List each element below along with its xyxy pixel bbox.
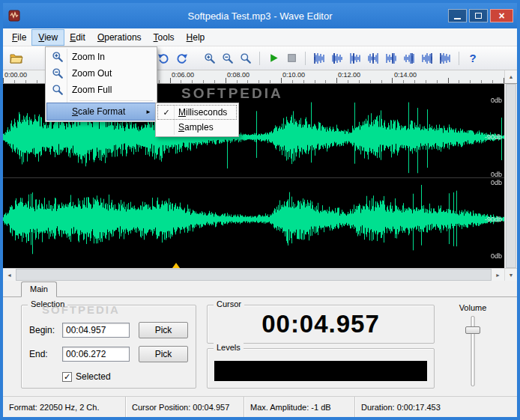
wave-tool-4-button[interactable] bbox=[364, 49, 382, 67]
level-meter bbox=[214, 361, 427, 381]
db-scale-label: -90db bbox=[485, 133, 502, 141]
zoom-out-button[interactable] bbox=[219, 49, 237, 67]
db-scale-label: 0db bbox=[491, 171, 502, 178]
volume-control: Volume bbox=[451, 303, 495, 392]
scroll-right-button[interactable]: ► bbox=[492, 269, 504, 281]
cursor-marker[interactable] bbox=[172, 263, 180, 268]
menu-item-zoom-full[interactable]: Zoom Full bbox=[47, 82, 155, 98]
begin-input[interactable] bbox=[62, 323, 130, 338]
ruler-time-label: 0:08.00 bbox=[227, 71, 250, 79]
stop-icon bbox=[286, 52, 297, 64]
scale-format-label: Scale Format bbox=[68, 106, 125, 117]
close-button[interactable]: × bbox=[490, 9, 513, 22]
wave-tool-7-button[interactable] bbox=[418, 49, 436, 67]
play-button[interactable] bbox=[264, 49, 282, 67]
toolbar-separator bbox=[259, 52, 260, 65]
ruler-time-label: 0:12.00 bbox=[338, 71, 360, 79]
wave-tool-3-button[interactable] bbox=[346, 49, 364, 67]
zoom-in-button[interactable] bbox=[201, 49, 219, 67]
stop-button[interactable] bbox=[282, 49, 300, 67]
wave-tool-5-button[interactable] bbox=[382, 49, 400, 67]
minimize-button[interactable] bbox=[448, 9, 467, 22]
selection-group: Selection Begin: Pick End: Pick ✓ Select… bbox=[21, 305, 196, 389]
menu-item-edit[interactable]: Edit bbox=[64, 30, 91, 45]
menu-separator bbox=[47, 98, 155, 103]
zoom-full-button[interactable] bbox=[237, 49, 255, 67]
left-arrow-icon: ◄ bbox=[7, 273, 12, 278]
open-file-button[interactable] bbox=[7, 49, 25, 67]
vertical-scrollbar[interactable] bbox=[504, 84, 517, 268]
end-input[interactable] bbox=[62, 347, 130, 362]
vertical-scrollbar-thumb[interactable] bbox=[506, 84, 516, 268]
tab-main[interactable]: Main bbox=[21, 281, 57, 297]
scroll-up-button[interactable]: ▲ bbox=[504, 70, 517, 83]
wave-tool-6-button[interactable] bbox=[400, 49, 418, 67]
scroll-left-button[interactable]: ◄ bbox=[3, 269, 16, 281]
horizontal-scrollbar-thumb[interactable] bbox=[16, 269, 492, 281]
db-scale-label: -90db bbox=[485, 216, 502, 223]
milliseconds-label: Milliseconds bbox=[175, 107, 227, 118]
levels-group: Levels bbox=[207, 348, 435, 389]
maximize-icon bbox=[475, 13, 482, 19]
zoom-full-icon bbox=[240, 52, 252, 64]
zoom-out-label: Zoom Out bbox=[68, 68, 112, 79]
menu-item-operations[interactable]: Operations bbox=[91, 30, 148, 45]
menu-item-file[interactable]: File bbox=[6, 30, 32, 45]
submenu-arrow-icon: ► bbox=[145, 109, 151, 115]
menu-item-milliseconds[interactable]: ✓ Milliseconds bbox=[157, 105, 237, 120]
help-button[interactable]: ? bbox=[464, 49, 482, 67]
ruler-time-label: 0:06.00 bbox=[172, 71, 194, 79]
menu-item-view[interactable]: View bbox=[32, 30, 64, 45]
scale-format-submenu: ✓ Milliseconds Samples bbox=[155, 103, 239, 137]
main-panel: SOFTPEDIA Selection Begin: Pick End: Pic… bbox=[3, 297, 517, 396]
app-window: Softpedia Test.mp3 - Wave Editor × File … bbox=[0, 0, 520, 420]
selection-group-title: Selection bbox=[28, 299, 67, 308]
undo-icon bbox=[157, 52, 170, 64]
window-title: Softpedia Test.mp3 - Wave Editor bbox=[3, 10, 517, 22]
redo-button[interactable] bbox=[172, 49, 190, 67]
wave-tool-1-button[interactable] bbox=[310, 49, 328, 67]
menu-item-scale-format[interactable]: Scale Format ► bbox=[47, 103, 155, 120]
end-pick-button[interactable]: Pick bbox=[139, 346, 188, 362]
cursor-group-title: Cursor bbox=[214, 299, 244, 308]
menu-item-tools[interactable]: Tools bbox=[148, 30, 181, 45]
menu-item-zoom-in[interactable]: Zoom In bbox=[47, 49, 155, 65]
begin-label: Begin: bbox=[29, 325, 55, 335]
cursor-position-display: 00:04.957 bbox=[208, 310, 434, 338]
volume-slider-thumb[interactable] bbox=[465, 326, 480, 334]
zoom-full-icon bbox=[47, 84, 68, 96]
selected-row: ✓ Selected bbox=[62, 371, 111, 382]
status-cursor-position: Cursor Position: 00:04.957 bbox=[126, 397, 244, 417]
selected-label: Selected bbox=[76, 371, 111, 382]
zoom-out-icon bbox=[47, 67, 68, 79]
zoom-full-label: Zoom Full bbox=[68, 85, 112, 95]
volume-label: Volume bbox=[451, 303, 495, 312]
selected-checkbox[interactable]: ✓ bbox=[62, 372, 72, 382]
right-arrow-icon: ► bbox=[495, 273, 501, 278]
ruler-time-label: 0:00.00 bbox=[4, 71, 27, 79]
end-label: End: bbox=[29, 349, 48, 359]
minimize-icon bbox=[454, 18, 461, 19]
checkmark-icon: ✓ bbox=[157, 108, 175, 118]
begin-pick-button[interactable]: Pick bbox=[139, 322, 188, 338]
play-icon bbox=[268, 52, 279, 64]
down-arrow-icon: ▼ bbox=[509, 273, 514, 278]
wave-tool-8-button[interactable] bbox=[436, 49, 454, 67]
db-scale-label: 0db bbox=[491, 97, 502, 104]
status-format: Format: 22050 Hz, 2 Ch. bbox=[3, 397, 126, 417]
levels-group-title: Levels bbox=[214, 343, 244, 352]
horizontal-scrollbar-track[interactable] bbox=[16, 269, 492, 281]
menu-item-help[interactable]: Help bbox=[181, 30, 211, 45]
menu-item-samples[interactable]: Samples bbox=[157, 120, 237, 135]
status-max-amplitude: Max. Amplitude: -1 dB bbox=[244, 397, 355, 417]
title-bar: Softpedia Test.mp3 - Wave Editor × bbox=[3, 3, 517, 28]
volume-slider[interactable] bbox=[451, 314, 495, 388]
view-menu-dropdown: Zoom In Zoom Out Zoom Full Scale Format … bbox=[45, 46, 157, 122]
menu-item-zoom-out[interactable]: Zoom Out bbox=[47, 65, 155, 82]
toolbar-separator bbox=[459, 52, 459, 65]
maximize-button[interactable] bbox=[469, 9, 488, 22]
help-icon: ? bbox=[469, 52, 476, 64]
db-scale-label: 0db bbox=[491, 179, 502, 186]
wave-tool-2-button[interactable] bbox=[328, 49, 346, 67]
scroll-down-button[interactable]: ▼ bbox=[504, 269, 517, 281]
